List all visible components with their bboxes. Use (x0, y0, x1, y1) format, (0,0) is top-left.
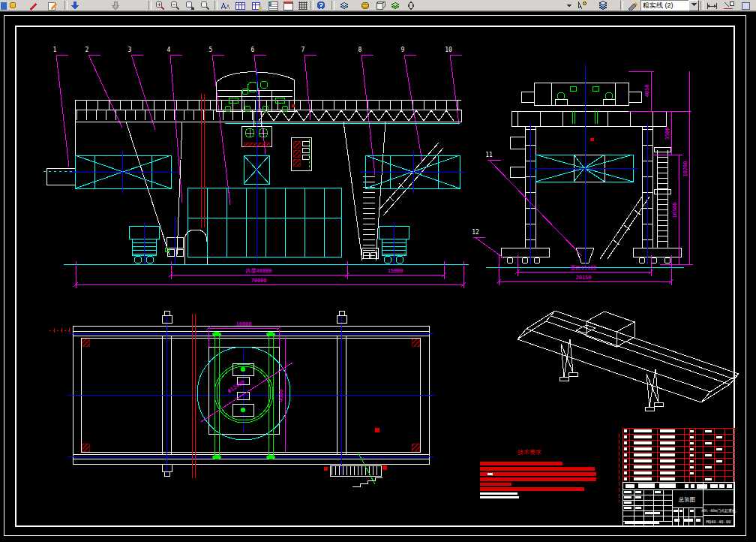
front-view: 1 2 3 4 5 6 7 8 9 10 (44, 47, 469, 288)
table-icon[interactable] (235, 0, 246, 10)
left-brace-panel (69, 150, 177, 194)
callout-numbers: 1 2 3 4 5 6 7 8 9 10 (53, 47, 452, 53)
plan-centerlines (68, 315, 435, 474)
leg-height-dim: 16500 (672, 202, 678, 218)
toolbar-separator (64, 1, 68, 10)
window-red-icon[interactable] (283, 0, 294, 10)
right-truck (379, 222, 409, 264)
left-truck (129, 222, 159, 264)
right-brace-panel (360, 150, 465, 194)
sphere-yellow-icon[interactable] (360, 0, 371, 10)
dropdown-arrow-icon[interactable] (564, 0, 575, 10)
svg-text:9: 9 (401, 47, 405, 53)
platform-dim: 4500 (278, 390, 284, 402)
total-dimension: 70000 (250, 278, 266, 284)
technical-requirements: 技术要求 (480, 434, 619, 501)
draft-pencil-icon[interactable] (627, 0, 638, 10)
svg-text:3: 3 (128, 47, 132, 53)
layer-green-icon[interactable] (390, 0, 401, 10)
table-properties-icon[interactable] (251, 0, 262, 10)
buffer-mark (292, 104, 296, 108)
bom-table (622, 428, 734, 482)
toolbar-separator (214, 1, 218, 10)
toolbar-separator (148, 1, 152, 10)
svg-text:7: 7 (302, 47, 305, 53)
toolbar-separator (700, 1, 704, 10)
side-legs (510, 126, 652, 248)
move-down-disabled-icon[interactable] (110, 0, 122, 10)
side-ladder (600, 147, 670, 259)
container-stack (188, 188, 341, 257)
cad-application-window: 1 2 3 4 5 6 7 8 9 10 (0, 0, 756, 542)
svg-text:6: 6 (251, 47, 255, 53)
move-down-icon[interactable] (70, 0, 81, 10)
layer-combo[interactable]: 粗实线 (2) (640, 0, 692, 11)
base-dim: 20150 (575, 275, 591, 281)
total-height-dim: 18200 (682, 161, 688, 176)
side-brace-panel (530, 155, 639, 182)
dim-edit-icon[interactable] (723, 0, 734, 10)
isometric-view (518, 311, 739, 411)
side-trolley (521, 83, 641, 105)
zoom-in-icon[interactable] (154, 0, 166, 10)
svg-text:11: 11 (485, 152, 493, 158)
partial-icon[interactable] (741, 0, 752, 10)
svg-text:4: 4 (167, 47, 171, 53)
side-view: 4850 3500 16500 18200 基距15100 20150 11 1… (472, 64, 693, 285)
render-sun-icon[interactable] (8, 0, 19, 10)
zero-display-icon[interactable] (406, 0, 418, 10)
tech-req-lines (480, 462, 596, 498)
svg-text:2: 2 (86, 47, 89, 53)
plan-section-lines (50, 314, 195, 478)
callout-leaders (56, 55, 462, 205)
span-dimension: 跨度40000 (245, 268, 272, 274)
zoom-window-icon[interactable] (184, 0, 196, 10)
electrical-cabinet (291, 137, 311, 170)
edit-page-icon[interactable] (46, 0, 58, 10)
trolley-height-dim: 4850 (644, 85, 650, 98)
find-text-icon[interactable] (220, 0, 231, 10)
side-callouts: 11 12 (472, 152, 582, 258)
cube-icon[interactable] (375, 0, 386, 10)
cantilever-dimension: 15000 (387, 268, 403, 274)
toolbar-separator (310, 1, 314, 10)
iso-view-icon[interactable] (339, 0, 350, 10)
redline-pencil-icon[interactable] (27, 0, 38, 10)
svg-text:1: 1 (53, 47, 57, 53)
tech-req-title: 技术要求 (517, 449, 542, 456)
rail-height-dim: 3500 (664, 128, 670, 140)
svg-text:5: 5 (209, 47, 213, 53)
select-sketch-icon[interactable] (576, 0, 587, 10)
layer-combo-value: 粗实线 (2) (643, 2, 674, 9)
drawing-canvas[interactable]: 1 2 3 4 5 6 7 8 9 10 (0, 0, 756, 542)
grid-icon[interactable] (298, 0, 309, 10)
layer-combo-dropdown-button[interactable] (688, 0, 699, 11)
svg-text:10: 10 (445, 47, 452, 53)
left-cantilever (44, 168, 75, 185)
red-detail-mark (590, 138, 594, 141)
plan-view: 10000 Φ12400 4500 (50, 311, 435, 486)
drawing-number: MQ40-40-00 (706, 519, 730, 524)
side-bogies (501, 248, 681, 263)
slew-circle (197, 332, 290, 459)
front-dimensions: 跨度40000 15000 70000 (74, 261, 466, 288)
leg-feet (165, 237, 378, 258)
dim-style-icon[interactable] (706, 0, 718, 10)
zoom-out-icon[interactable] (170, 0, 181, 10)
toolbar-separator (332, 1, 334, 10)
layers-blue-icon[interactable] (598, 0, 609, 10)
svg-text:8: 8 (358, 47, 362, 53)
toolbar: 粗实线 (2) (0, 0, 756, 11)
zoom-previous-icon[interactable] (200, 0, 211, 10)
layer-list-icon[interactable] (268, 0, 279, 10)
side-bridge-section (512, 111, 666, 126)
title-block: 总装图 40t-40m门式起重机 MQ40-40-00 (622, 428, 736, 526)
product-name: 40t-40m门式起重机 (701, 508, 736, 513)
gauge-dim: 基距15100 (570, 265, 596, 271)
trolley-gauge-dim: 10000 (236, 321, 251, 327)
help-icon[interactable] (316, 0, 327, 10)
view-label: 总装图 (678, 496, 696, 503)
toolbar-separator (620, 1, 623, 10)
svg-text:12: 12 (472, 229, 479, 236)
